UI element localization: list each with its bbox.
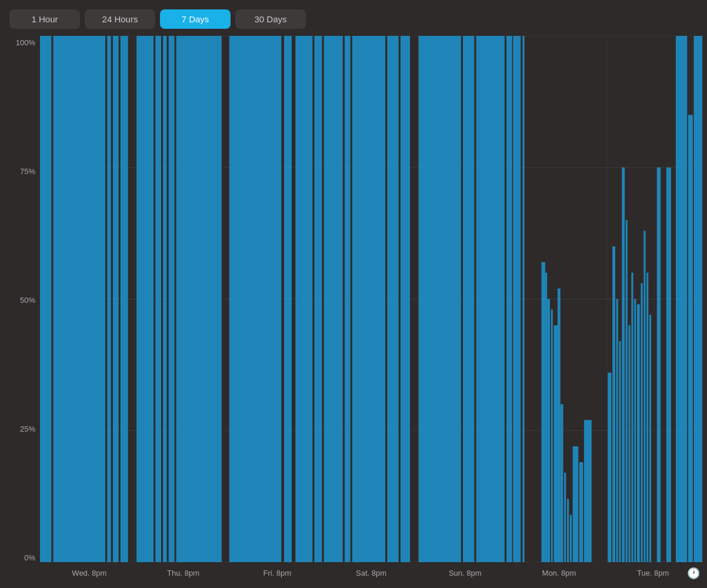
svg-rect-45 xyxy=(616,299,618,563)
svg-rect-31 xyxy=(545,273,547,562)
svg-rect-24 xyxy=(418,36,461,562)
svg-rect-61 xyxy=(694,36,703,562)
svg-rect-34 xyxy=(554,325,558,562)
svg-rect-25 xyxy=(463,36,474,562)
x-label-sun: Sun. 8pm xyxy=(418,569,512,577)
svg-rect-59 xyxy=(676,36,687,562)
svg-rect-58 xyxy=(666,168,671,562)
svg-rect-19 xyxy=(324,36,343,562)
main-container: 1 Hour 24 Hours 7 Days 30 Days 100% 75% … xyxy=(0,0,707,588)
svg-rect-6 xyxy=(54,36,106,562)
y-label-100: 100% xyxy=(5,38,40,47)
svg-rect-47 xyxy=(622,168,625,562)
clock-icon: 🕐 xyxy=(687,567,700,580)
svg-rect-51 xyxy=(634,299,636,563)
x-label-mon: Mon. 8pm xyxy=(512,569,606,577)
x-label-wed: Wed. 8pm xyxy=(42,569,136,577)
svg-rect-60 xyxy=(688,115,693,562)
svg-rect-28 xyxy=(513,36,521,562)
svg-rect-27 xyxy=(506,36,512,562)
svg-rect-40 xyxy=(573,446,579,562)
svg-rect-55 xyxy=(646,273,648,562)
tab-24-hours[interactable]: 24 Hours xyxy=(85,9,155,29)
svg-rect-22 xyxy=(387,36,398,562)
svg-rect-38 xyxy=(567,499,569,562)
svg-rect-8 xyxy=(113,36,119,562)
svg-rect-44 xyxy=(612,246,615,562)
toolbar: 1 Hour 24 Hours 7 Days 30 Days xyxy=(5,9,702,29)
svg-rect-7 xyxy=(107,36,111,562)
x-axis: Wed. 8pm Thu. 8pm Fri. 8pm Sat. 8pm Sun.… xyxy=(40,562,702,583)
svg-rect-16 xyxy=(284,36,292,562)
tab-30-days[interactable]: 30 Days xyxy=(235,9,306,29)
svg-rect-46 xyxy=(619,341,621,562)
svg-rect-52 xyxy=(637,304,640,562)
y-label-50: 50% xyxy=(5,296,40,305)
svg-rect-5 xyxy=(40,36,51,562)
svg-rect-43 xyxy=(608,373,611,562)
svg-rect-20 xyxy=(345,36,351,562)
y-label-0: 0% xyxy=(5,553,40,562)
svg-rect-14 xyxy=(176,36,222,562)
y-label-25: 25% xyxy=(5,425,40,433)
svg-rect-32 xyxy=(547,299,550,563)
y-axis: 100% 75% 50% 25% 0% xyxy=(5,36,40,583)
svg-rect-42 xyxy=(584,420,592,562)
svg-rect-54 xyxy=(643,230,645,562)
svg-rect-50 xyxy=(631,273,633,562)
svg-rect-29 xyxy=(522,36,524,562)
tab-7-days[interactable]: 7 Days xyxy=(160,9,231,29)
svg-rect-17 xyxy=(295,36,312,562)
svg-rect-30 xyxy=(542,262,545,562)
svg-rect-15 xyxy=(229,36,282,562)
x-label-sat: Sat. 8pm xyxy=(324,569,418,577)
x-label-fri: Fri. 8pm xyxy=(230,569,324,577)
svg-rect-36 xyxy=(561,405,563,563)
svg-rect-35 xyxy=(558,289,561,562)
svg-rect-9 xyxy=(121,36,128,562)
x-label-tue: Tue. 8pm xyxy=(606,569,700,577)
tab-1-hour[interactable]: 1 Hour xyxy=(9,9,80,29)
svg-rect-56 xyxy=(649,315,651,562)
svg-rect-11 xyxy=(155,36,161,562)
svg-rect-13 xyxy=(169,36,175,562)
svg-rect-37 xyxy=(564,473,566,562)
svg-rect-33 xyxy=(551,309,553,562)
svg-rect-26 xyxy=(476,36,505,562)
svg-rect-21 xyxy=(352,36,385,562)
chart-area: 100% 75% 50% 25% 0% Wed. 8pm Thu. 8pm Fr… xyxy=(5,36,702,583)
chart-canvas xyxy=(40,36,702,562)
svg-rect-10 xyxy=(136,36,154,562)
svg-rect-23 xyxy=(401,36,410,562)
svg-rect-12 xyxy=(163,36,166,562)
x-label-thu: Thu. 8pm xyxy=(136,569,231,577)
svg-rect-49 xyxy=(629,325,631,562)
svg-rect-41 xyxy=(579,462,583,562)
chart-inner: Wed. 8pm Thu. 8pm Fri. 8pm Sat. 8pm Sun.… xyxy=(40,36,702,583)
svg-rect-53 xyxy=(641,283,642,562)
svg-rect-18 xyxy=(315,36,322,562)
chart-svg xyxy=(40,36,702,562)
svg-rect-57 xyxy=(657,168,661,562)
svg-rect-39 xyxy=(570,515,572,563)
svg-rect-48 xyxy=(626,220,628,562)
y-label-75: 75% xyxy=(5,167,40,176)
